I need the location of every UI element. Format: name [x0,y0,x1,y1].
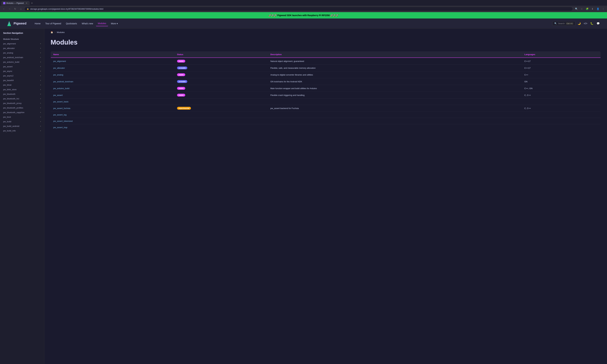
nav-home[interactable]: Home [33,21,42,26]
sidebar-item-pw-async[interactable]: pw_async ▾ [0,69,44,74]
chevron-icon: ▾ [40,61,41,63]
nav-tour[interactable]: Tour of Pigweed [43,21,63,26]
cell-status: unstable [174,78,268,85]
browser-tab-active[interactable]: Modules — Pigweed ✕ [1,1,30,5]
sidebar-label: pw_bluetooth_proxy [3,102,22,104]
breadcrumb: 🏠 > Modules [51,29,601,36]
sidebar-item-pw-assert[interactable]: pw_assert ▾ [0,64,44,69]
status-badge: stable [177,73,185,76]
module-link[interactable]: pw_assert_basic [53,101,69,103]
bug-button[interactable]: 🐛 [589,21,594,26]
nav-modules[interactable]: Modules [96,21,108,26]
nav-whats-new[interactable]: What's new [80,21,95,26]
module-link[interactable]: pw_analog [53,74,63,76]
module-link[interactable]: pw_assert_tokenized [53,120,73,122]
lock-icon: 🔒 [27,8,29,10]
cell-status: stable [174,71,268,78]
col-status: Status [174,51,268,58]
module-link[interactable]: pw_assert [53,94,63,96]
table-row: pw_assert_tokenized [51,118,601,124]
cell-name: pw_arduino_build [51,85,174,92]
cell-description: Main function wrapper and build utilitie… [268,85,522,92]
bookmark-button[interactable]: ☆ [580,7,584,11]
site-logo[interactable]: Pigweed [6,21,26,26]
search-box[interactable]: 🔍 Search Ctrl + K [552,21,575,26]
sidebar-item-pw-alignment[interactable]: pw_alignment ▾ [0,41,44,46]
module-link[interactable]: pw_assert_log [53,114,66,116]
sidebar-item-pw-build-android[interactable]: pw_build_android ▾ [0,124,44,129]
status-badge: stable [177,60,185,63]
cell-languages [522,124,601,131]
table-row: pw_analogstableAnalog-to-digital convert… [51,71,601,78]
chevron-icon: ▾ [40,66,41,67]
download-button[interactable]: ⬇ [590,7,595,11]
search-label: Search [558,22,565,25]
cell-name: pw_assert [51,92,174,99]
sidebar-item-pw-allocator[interactable]: pw_allocator ▾ [0,46,44,51]
sidebar-item-pw-boot[interactable]: pw_boot ▾ [0,115,44,119]
table-row: pw_allocatorunstableFlexible, safe, and … [51,65,601,71]
sidebar-item-module-structure[interactable]: Module Structure [0,37,44,41]
announcement-banner[interactable]: 🚀🚀🚀 Pigweed SDK launches with Raspberry … [0,12,607,18]
sidebar-item-pw-android-toolchain[interactable]: pw_android_toolchain ▾ [0,55,44,60]
sidebar: Section Navigation Module Structure pw_a… [0,29,44,364]
cell-status [174,112,268,118]
module-link[interactable]: pw_assert_fuchsia [53,107,70,109]
sidebar-item-pw-bluetooth-sapphire[interactable]: pw_bluetooth_sapphire ▾ [0,110,44,115]
cell-description: Analog-to-digital converter libraries an… [268,71,522,78]
nav-more-chevron: ▾ [117,22,118,25]
chevron-icon: ▾ [40,89,41,90]
new-tab-button[interactable]: + [30,1,34,5]
cell-description: Flexible, safe, and measurable memory al… [268,65,522,71]
module-link[interactable]: pw_alignment [53,60,66,62]
dark-mode-button[interactable]: 🌙 [577,21,582,26]
extensions-button[interactable]: 🧩 [585,7,589,11]
sidebar-item-pw-bloat[interactable]: pw_bloat ▾ [0,83,44,87]
sidebar-label: pw_build_android [3,125,19,127]
sidebar-item-pw-analog[interactable]: pw_analog ▾ [0,51,44,55]
cell-description: pw_assert backend for Fuchsia [268,105,522,112]
zoom-button[interactable]: 🔍 [574,7,579,11]
page-title: Modules [51,39,601,46]
forward-button[interactable]: → [7,7,12,11]
site-nav: Home Tour of Pigweed Quickstarts What's … [33,21,552,26]
module-link[interactable]: pw_allocator [53,67,65,69]
cell-languages: C++ [522,71,601,78]
sidebar-item-pw-bluetooth-profiles[interactable]: pw_bluetooth_profiles ▾ [0,105,44,110]
refresh-button[interactable]: ↻ [13,7,17,11]
home-button[interactable]: ⌂ [19,7,23,11]
sidebar-item-pw-bluetooth-proxy[interactable]: pw_bluetooth_proxy ▾ [0,101,44,105]
breadcrumb-separator: > [54,31,56,34]
address-bar[interactable]: 🔒 storage.googleapis.com/pigweed-docs-tr… [24,7,573,11]
cell-status: experimental [174,105,268,112]
sidebar-item-pw-arduino-build[interactable]: pw_arduino_build ▾ [0,60,44,64]
back-button[interactable]: ← [1,7,6,11]
sidebar-label: pw_assert [3,65,13,68]
sidebar-item-pw-build[interactable]: pw_build ▾ [0,119,44,124]
sidebar-item-pw-base64[interactable]: pw_base64 ▾ [0,78,44,83]
sidebar-item-pw-build-info[interactable]: pw_build_info ▾ [0,129,44,133]
cell-name: pw_android_toolchain [51,78,174,85]
sidebar-item-pw-async2[interactable]: pw_async2 ▾ [0,74,44,78]
col-languages: Languages [522,51,601,58]
code-button[interactable]: </> [583,21,588,26]
table-header: Name Status Description Languages [51,51,601,58]
tab-close-button[interactable]: ✕ [25,2,28,4]
sidebar-label: pw_alignment [3,42,16,45]
module-link[interactable]: pw_assert_trap [53,126,67,129]
cell-description [268,99,522,105]
breadcrumb-home[interactable]: 🏠 [51,31,53,34]
nav-more[interactable]: More ▾ [109,21,120,26]
menu-button[interactable]: ⋮ [601,7,606,11]
col-description: Description [268,51,522,58]
module-link[interactable]: pw_android_toolchain [53,80,73,83]
nav-quickstarts[interactable]: Quickstarts [64,21,79,26]
module-link[interactable]: pw_arduino_build [53,87,69,90]
breadcrumb-current: Modules [57,31,65,34]
discord-button[interactable]: 💬 [596,21,601,26]
sidebar-item-pw-bluetooth-hci[interactable]: pw_bluetooth_hci ▾ [0,96,44,101]
sidebar-item-pw-blob-store[interactable]: pw_blob_store ▾ [0,87,44,92]
sidebar-item-pw-bluetooth[interactable]: pw_bluetooth ▾ [0,92,44,96]
profile-button[interactable]: 👤 [596,7,600,11]
site-header: Pigweed Home Tour of Pigweed Quickstarts… [0,18,607,29]
